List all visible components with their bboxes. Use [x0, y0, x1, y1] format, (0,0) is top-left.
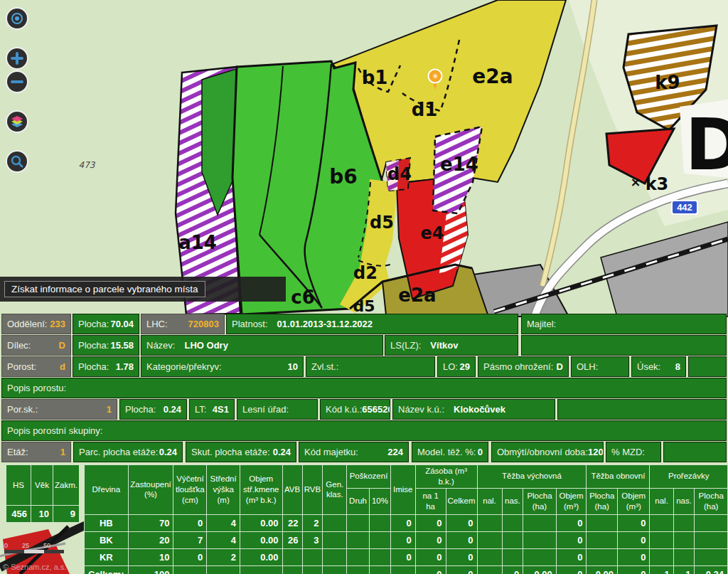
field-zvlst: Zvl.st.:: [306, 356, 435, 377]
table-cell: [650, 531, 673, 548]
table-cell: 0: [618, 565, 650, 574]
table-cell: 1: [650, 565, 673, 574]
table-cell: 10: [128, 548, 173, 565]
table-cell: 0: [390, 514, 415, 531]
header-cell: nal.: [650, 488, 673, 514]
table-cell: 26: [282, 531, 302, 548]
layers-button[interactable]: [6, 110, 28, 133]
zoom-out-button[interactable]: [6, 70, 28, 93]
table-cell: [673, 514, 695, 531]
search-icon: [10, 154, 24, 169]
table-cell: [282, 548, 302, 565]
panel-spacer: [663, 442, 727, 462]
search-button[interactable]: [6, 150, 28, 173]
locate-button[interactable]: [6, 7, 28, 30]
table-row: KR10020.0000000: [85, 548, 728, 565]
map-label-big-d: D: [685, 103, 728, 186]
table-total-row: Celkem:1000000.0000.000110.24: [85, 565, 728, 574]
table-cell: [650, 548, 673, 565]
header-group-cell: Těžba obnovní: [587, 465, 650, 489]
header-cell: Objem (m³): [556, 488, 587, 514]
table-cell: 0: [415, 514, 446, 531]
table-cell: [523, 514, 556, 531]
table-cell: [695, 514, 728, 531]
table-cell: [370, 531, 391, 548]
table-cell: [477, 565, 502, 574]
map-label-d1: d1: [412, 99, 438, 120]
map-label-elev-473: 473: [79, 160, 96, 170]
field-porsk: Por.sk.:1: [1, 399, 117, 420]
table-cell: [477, 548, 502, 565]
field-plocha-porost: Plocha:1.78: [73, 356, 139, 377]
table-cell: 0: [415, 548, 446, 565]
table-cell: [477, 514, 502, 531]
field-nazev-ku: Název k.ú.:Klokočůvek: [392, 399, 555, 420]
map-label-e2a-top: e2a: [472, 65, 513, 88]
field-usek: Úsek:8: [631, 356, 686, 377]
table-cell: 0: [173, 548, 207, 565]
table-cell: [282, 565, 302, 574]
table-cell: [347, 565, 370, 574]
table-cell: [347, 548, 370, 565]
field-lhc: LHC:720803: [141, 314, 225, 334]
map-label-d5: d5: [370, 213, 394, 233]
table-cell: [173, 565, 207, 574]
table-cell: 0: [446, 531, 477, 548]
table-cell: [347, 514, 370, 531]
map-label-d4: d4: [387, 164, 412, 184]
table-cell: [370, 565, 391, 574]
field-lo: LO:29: [437, 356, 476, 377]
map-label-d2: d2: [353, 263, 378, 283]
table-cell: KR: [85, 548, 129, 565]
table-cell: [673, 548, 695, 565]
header-cell: Objem (m³): [618, 488, 650, 514]
field-porost: Porost:d: [1, 356, 71, 377]
field-lt: LT:4S1: [189, 399, 235, 420]
header-cell: HS: [6, 465, 31, 506]
table-cell: 3: [302, 531, 323, 548]
header-cell: nal.: [477, 488, 502, 514]
table-cell: [695, 531, 728, 548]
field-model-tez: Model. těž. %:0: [412, 442, 488, 462]
map-label-k9: k9: [655, 72, 680, 93]
field-majitel: Majitel:: [521, 314, 727, 334]
table-row: BK20740.0026300000: [85, 531, 728, 548]
table-cell: BK: [85, 531, 129, 548]
table-cell: 0: [390, 548, 415, 565]
field-popis-skupiny: Popis porostní skupiny:: [1, 420, 727, 441]
table-row: HB70040.0022200000: [85, 514, 728, 531]
table-cell: [323, 531, 347, 548]
table-cell: 0: [556, 514, 587, 531]
map-label-k3: k3: [646, 174, 669, 194]
table-cell: 70: [128, 514, 173, 531]
map-label-x-mark: ×: [630, 174, 641, 189]
table-cell: 0: [390, 531, 415, 548]
header-cell: AVB: [282, 465, 302, 515]
map-label-b1: b1: [362, 67, 388, 88]
field-lesni-urad: Lesní úřad:: [237, 399, 318, 420]
panel-spacer: [688, 356, 727, 377]
table-cell: 0.00: [240, 531, 282, 548]
field-lslz: LS(LZ):Vítkov: [385, 335, 518, 356]
header-cell: RVB: [302, 465, 323, 515]
field-kod-ku: Kód k.ú.:656526: [320, 399, 390, 420]
header-cell: Zakm.: [53, 465, 80, 506]
table-cell: 456: [6, 506, 31, 523]
species-table: DřevinaZastoupení (%)Výčetní tloušťka (c…: [84, 464, 728, 574]
table-cell: [587, 548, 618, 565]
map-label-b6: b6: [329, 165, 358, 188]
table-cell: 22: [282, 514, 302, 531]
route-shield: 442: [671, 200, 698, 215]
table-cell: [390, 565, 415, 574]
field-popis-porostu: Popis porostu:: [1, 378, 727, 398]
table-cell: [523, 548, 556, 565]
field-kategorie: Kategorie/překryv:10: [141, 356, 304, 377]
table-cell: [502, 548, 523, 565]
header-cell: Gen. klas.: [323, 465, 347, 515]
map-label-a14: a14: [178, 232, 217, 253]
zoom-in-button[interactable]: [6, 47, 28, 70]
header-group-cell: Poškození: [347, 465, 391, 489]
table-cell: 2: [302, 514, 323, 531]
field-olh: OLH:: [571, 356, 629, 377]
table-cell: [673, 531, 695, 548]
